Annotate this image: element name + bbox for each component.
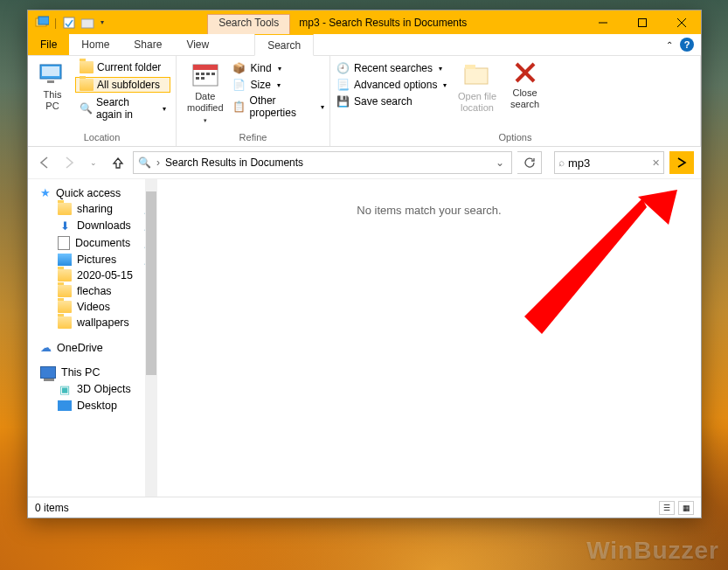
- advanced-options-button[interactable]: 📃Advanced options▾: [336, 78, 449, 92]
- cloud-icon: ☁: [40, 341, 52, 354]
- group-label-location: Location: [33, 130, 170, 142]
- tab-share[interactable]: Share: [121, 34, 174, 55]
- address-bar[interactable]: 🔍 › Search Results in Documents ⌄: [133, 151, 512, 174]
- other-properties-filter[interactable]: 📋Other properties▾: [232, 94, 324, 119]
- svg-rect-2: [64, 17, 74, 28]
- content-body: ★Quick access sharing📌⬇Downloads📌Documen…: [28, 178, 701, 497]
- watermark: WinBuzzer: [586, 537, 719, 565]
- save-search-button[interactable]: 💾Save search: [336, 94, 449, 108]
- sidebar-item-desktop[interactable]: Desktop: [28, 398, 157, 414]
- explorer-icon: [35, 16, 49, 30]
- titlebar: | ▾ Search Tools mp3 - Search Results in…: [28, 10, 701, 34]
- sidebar-item-pictures[interactable]: Pictures📌: [28, 252, 157, 268]
- svg-rect-15: [206, 73, 210, 75]
- svg-rect-14: [201, 73, 205, 75]
- folder-icon: [80, 61, 94, 73]
- svg-rect-9: [42, 66, 59, 76]
- tab-view[interactable]: View: [174, 34, 221, 55]
- save-icon: 💾: [336, 94, 350, 108]
- sidebar-item-documents[interactable]: Documents📌: [28, 234, 157, 252]
- navigation-pane[interactable]: ★Quick access sharing📌⬇Downloads📌Documen…: [28, 179, 157, 497]
- help-icon[interactable]: ?: [680, 38, 694, 52]
- contextual-tab-search-tools[interactable]: Search Tools: [207, 14, 290, 34]
- current-folder-option[interactable]: Current folder: [75, 59, 170, 75]
- scrollbar-thumb[interactable]: [146, 191, 156, 375]
- refresh-button[interactable]: [517, 151, 542, 174]
- close-search-button[interactable]: Close search: [505, 59, 544, 112]
- tab-home[interactable]: Home: [69, 34, 121, 55]
- tab-file[interactable]: File: [28, 34, 69, 55]
- ribbon: This PC Current folder All subfolders 🔍S…: [28, 56, 701, 147]
- svg-rect-13: [196, 73, 199, 75]
- onedrive-header[interactable]: ☁OneDrive: [28, 339, 157, 356]
- folder-icon: [58, 269, 72, 282]
- pc-icon: [40, 366, 56, 379]
- svg-rect-20: [465, 65, 475, 69]
- search-again-in-option[interactable]: 🔍Search again in▾: [75, 94, 170, 122]
- back-button[interactable]: [35, 153, 54, 172]
- calendar-icon: [191, 61, 219, 87]
- all-subfolders-option[interactable]: All subfolders: [75, 77, 170, 93]
- size-filter[interactable]: 📄Size▾: [232, 78, 324, 92]
- details-view-button[interactable]: ☰: [659, 501, 675, 515]
- new-folder-icon[interactable]: [81, 16, 95, 30]
- up-button[interactable]: [108, 153, 128, 172]
- empty-results-message: No items match your search.: [157, 204, 701, 217]
- svg-rect-3: [81, 19, 94, 28]
- open-file-location-button[interactable]: Open file location: [453, 59, 502, 115]
- this-pc-button[interactable]: This PC: [33, 59, 72, 114]
- kind-filter[interactable]: 📦Kind▾: [232, 61, 324, 75]
- close-button[interactable]: [662, 10, 701, 34]
- sidebar-item-wallpapers[interactable]: wallpapers: [28, 315, 157, 330]
- 3d-objects-icon: ▣: [58, 382, 72, 396]
- this-pc-icon: [38, 61, 66, 86]
- download-icon: ⬇: [58, 219, 72, 233]
- this-pc-header[interactable]: This PC: [28, 365, 157, 380]
- tab-search[interactable]: Search: [254, 34, 314, 56]
- recent-locations-button[interactable]: ⌄: [84, 153, 103, 172]
- collapse-ribbon-icon[interactable]: ⌃: [666, 40, 673, 50]
- sidebar-item-2020-05-15[interactable]: 2020-05-15: [28, 268, 157, 283]
- sidebar-item-flechas[interactable]: flechas: [28, 283, 157, 299]
- minimize-button[interactable]: [583, 10, 622, 34]
- forward-button[interactable]: [59, 153, 79, 172]
- close-x-icon: [514, 61, 537, 84]
- pictures-icon: [58, 254, 72, 266]
- sidebar-item-videos[interactable]: Videos: [28, 299, 157, 315]
- folder-open-icon: [463, 61, 491, 87]
- sidebar-item-label: sharing: [77, 203, 113, 215]
- clock-icon: 🕘: [336, 61, 350, 75]
- recent-searches-button[interactable]: 🕘Recent searches▾: [336, 61, 449, 75]
- folder-icon: [58, 316, 72, 329]
- date-modified-button[interactable]: Date modified▾: [182, 59, 229, 127]
- sidebar-item-label: Desktop: [77, 400, 117, 412]
- item-count: 0 items: [35, 502, 69, 514]
- search-go-button[interactable]: [669, 151, 694, 174]
- navigation-bar: ⌄ 🔍 › Search Results in Documents ⌄ ⌕ mp…: [28, 147, 701, 178]
- svg-marker-24: [524, 198, 647, 334]
- results-pane: No items match your search.: [157, 179, 701, 497]
- sidebar-item-label: wallpapers: [77, 316, 129, 329]
- ribbon-tabs: File Home Share View Search ⌃ ?: [28, 34, 701, 56]
- large-icons-view-button[interactable]: ▦: [678, 501, 694, 515]
- sidebar-item-3d-objects[interactable]: ▣3D Objects: [28, 380, 157, 398]
- maximize-button[interactable]: [622, 10, 662, 34]
- quick-access-header[interactable]: ★Quick access: [28, 184, 157, 201]
- sidebar-item-sharing[interactable]: sharing📌: [28, 201, 157, 217]
- folder-icon: [58, 301, 72, 313]
- sidebar-item-label: 3D Objects: [77, 383, 131, 395]
- clear-search-icon[interactable]: ✕: [652, 157, 660, 169]
- qat-dropdown-icon[interactable]: ▾: [101, 18, 104, 26]
- sidebar-scrollbar[interactable]: [145, 179, 157, 497]
- svg-rect-12: [193, 65, 218, 70]
- sidebar-item-label: Videos: [77, 301, 110, 313]
- search-input[interactable]: ⌕ mp3 ✕: [554, 151, 664, 174]
- properties-icon[interactable]: [62, 16, 76, 30]
- address-dropdown-icon[interactable]: ⌄: [492, 156, 508, 169]
- properties-icon: 📋: [232, 100, 246, 114]
- divider: |: [54, 17, 57, 29]
- folder-icon: [58, 285, 72, 297]
- svg-rect-10: [47, 80, 54, 83]
- sidebar-item-downloads[interactable]: ⬇Downloads📌: [28, 217, 157, 234]
- sidebar-item-label: 2020-05-15: [77, 269, 133, 282]
